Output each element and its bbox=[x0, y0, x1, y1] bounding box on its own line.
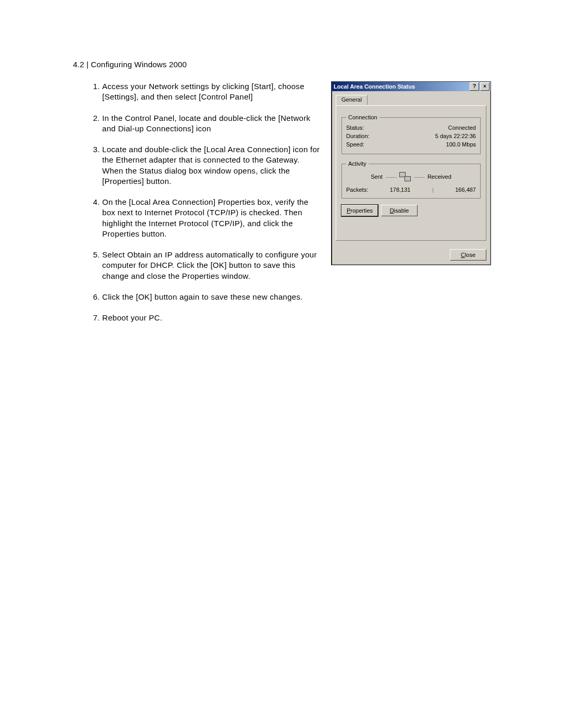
packets-sent-value: 178,131 bbox=[390, 187, 411, 193]
connection-group-label: Connection bbox=[346, 114, 380, 120]
divider-left: —— bbox=[386, 174, 396, 180]
close-icon: × bbox=[483, 84, 486, 89]
dialog-body: General Connection Status: Connected Dur… bbox=[332, 91, 491, 245]
disable-button[interactable]: Disable bbox=[381, 205, 418, 216]
step-6: Click the [OK] button again to save thes… bbox=[102, 292, 490, 302]
section-body: Local Area Connection Status ? × General… bbox=[73, 81, 490, 334]
status-label: Status: bbox=[346, 125, 364, 131]
network-activity-icon bbox=[399, 172, 411, 181]
speed-value: 100.0 Mbps bbox=[446, 141, 476, 147]
connection-group: Connection Status: Connected Duration: 5… bbox=[341, 114, 481, 154]
tab-general[interactable]: General bbox=[336, 95, 368, 105]
dialog-button-row: Properties Disable bbox=[341, 205, 481, 216]
tab-strip: General bbox=[336, 94, 486, 106]
packets-received-value: 166,487 bbox=[455, 187, 476, 193]
duration-value: 5 days 22:22:36 bbox=[435, 133, 476, 139]
section-heading: 4.2 | Configuring Windows 2000 bbox=[73, 60, 490, 69]
dialog-titlebar: Local Area Connection Status ? × bbox=[332, 82, 491, 91]
close-window-button[interactable]: × bbox=[480, 82, 489, 91]
disable-button-rest: isable bbox=[394, 207, 409, 214]
tab-panel-general: Connection Status: Connected Duration: 5… bbox=[336, 105, 486, 241]
properties-button-rest: roperties bbox=[350, 207, 373, 214]
divider-right: —— bbox=[414, 174, 424, 180]
speed-label: Speed: bbox=[346, 141, 364, 147]
connection-status-dialog: Local Area Connection Status ? × General… bbox=[331, 81, 491, 265]
packets-label: Packets: bbox=[346, 187, 368, 193]
activity-group-label: Activity bbox=[346, 161, 369, 167]
dialog-wrapper: Local Area Connection Status ? × General… bbox=[331, 81, 490, 265]
close-button-rest: lose bbox=[465, 252, 475, 258]
help-button[interactable]: ? bbox=[470, 82, 479, 91]
dialog-footer: Close bbox=[332, 245, 491, 265]
activity-group: Activity Sent —— —— Received bbox=[341, 161, 481, 199]
packets-separator: | bbox=[432, 187, 434, 193]
help-icon: ? bbox=[473, 84, 476, 89]
properties-button[interactable]: Properties bbox=[341, 205, 378, 216]
packets-row: Packets: 178,131 | 166,487 bbox=[346, 184, 476, 193]
received-label: Received bbox=[427, 174, 451, 180]
sent-label: Sent bbox=[371, 174, 383, 180]
step-7: Reboot your PC. bbox=[102, 313, 490, 323]
dialog-title: Local Area Connection Status bbox=[334, 83, 415, 90]
titlebar-buttons: ? × bbox=[470, 82, 489, 91]
duration-label: Duration: bbox=[346, 133, 370, 139]
activity-header-row: Sent —— —— Received bbox=[346, 172, 476, 181]
status-value: Connected bbox=[448, 125, 476, 131]
close-button[interactable]: Close bbox=[450, 249, 486, 261]
